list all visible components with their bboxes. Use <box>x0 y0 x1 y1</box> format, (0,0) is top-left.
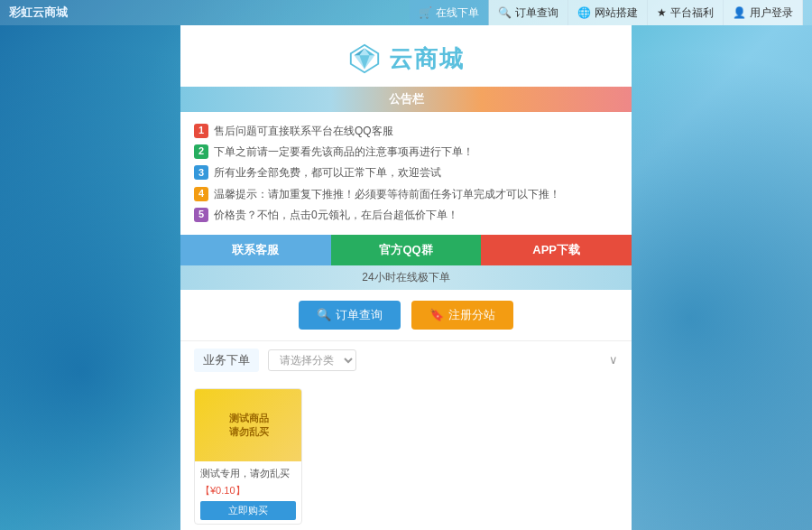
nav-item-query[interactable]: 🔍 订单查询 <box>489 0 568 25</box>
product-name: 测试专用，请勿乱买 <box>200 467 296 480</box>
notice-item-4: 4 温馨提示：请加重复下推推！必须要等待前面任务订单完成才可以下推！ <box>194 186 618 203</box>
product-image: 测试商品 请勿乱买 <box>195 389 302 461</box>
search-icon: 🔍 <box>317 308 331 321</box>
product-info: 测试专用，请勿乱买 【¥0.10】 立即购买 <box>195 461 301 524</box>
query-order-button[interactable]: 🔍 订单查询 <box>299 301 401 330</box>
product-card: 测试商品 请勿乱买 测试专用，请勿乱买 【¥0.10】 立即购买 <box>194 388 302 525</box>
notice-num-3: 3 <box>194 165 208 180</box>
logo-section: 云商城 <box>180 25 632 87</box>
main-wrapper: 云商城 公告栏 1 售后问题可直接联系平台在线QQ客服 2 下单之前请一定要看先… <box>180 25 632 530</box>
logo-text: 云商城 <box>389 43 465 75</box>
arrow-icon: ∨ <box>609 353 618 367</box>
action-tabs: 联系客服 官方QQ群 APP下载 <box>180 235 632 265</box>
notice-item-2: 2 下单之前请一定要看先该商品的注意事项再进行下单！ <box>194 144 618 161</box>
topbar-nav: 🛒 在线下单 🔍 订单查询 🌐 网站搭建 ★ 平台福利 👤 用户登录 <box>410 0 803 25</box>
nav-item-login[interactable]: 👤 用户登录 <box>724 0 803 25</box>
notice-item-3: 3 所有业务全部免费，都可以正常下单，欢迎尝试 <box>194 164 618 181</box>
btn-row: 🔍 订单查询 🔖 注册分站 <box>180 290 632 340</box>
notice-body: 1 售后问题可直接联系平台在线QQ客服 2 下单之前请一定要看先该商品的注意事项… <box>180 112 632 235</box>
nav-item-order[interactable]: 🛒 在线下单 <box>410 0 489 25</box>
search-icon: 🔍 <box>498 6 512 19</box>
notice-num-1: 1 <box>194 124 208 138</box>
subtitle-bar: 24小时在线极下单 <box>180 265 632 290</box>
star-icon: ★ <box>657 6 667 19</box>
nav-item-benefits[interactable]: ★ 平台福利 <box>648 0 724 25</box>
nav-item-website[interactable]: 🌐 网站搭建 <box>568 0 648 25</box>
brand-label: 彩虹云商城 <box>9 5 68 21</box>
service-header: 业务下单 请选择分类 ∨ <box>180 340 632 379</box>
notice-num-2: 2 <box>194 144 208 159</box>
notice-num-4: 4 <box>194 187 208 201</box>
notice-item-1: 1 售后问题可直接联系平台在线QQ客服 <box>194 123 618 140</box>
globe-icon: 🌐 <box>577 6 591 19</box>
notice-num-5: 5 <box>194 208 208 222</box>
notice-item-5: 5 价格贵？不怕，点击0元领礼，在后台超低价下单！ <box>194 207 618 224</box>
product-price: 【¥0.10】 <box>200 484 296 497</box>
logo-diamond-icon <box>347 42 382 76</box>
register-branch-button[interactable]: 🔖 注册分站 <box>411 301 513 330</box>
tab-app-download[interactable]: APP下载 <box>481 235 632 265</box>
notice-header: 公告栏 <box>180 87 632 112</box>
product-area: 测试商品 请勿乱买 测试专用，请勿乱买 【¥0.10】 立即购买 <box>180 379 632 530</box>
tab-customer-service[interactable]: 联系客服 <box>180 235 331 265</box>
user-icon: 👤 <box>733 6 746 19</box>
service-category-select[interactable]: 请选择分类 <box>268 349 356 371</box>
buy-button[interactable]: 立即购买 <box>200 501 296 520</box>
cart-icon: 🛒 <box>419 6 432 19</box>
register-icon: 🔖 <box>429 308 444 321</box>
service-label: 业务下单 <box>194 349 259 372</box>
topbar: 彩虹云商城 🛒 在线下单 🔍 订单查询 🌐 网站搭建 ★ 平台福利 👤 用户登录 <box>0 0 812 25</box>
tab-qq-group[interactable]: 官方QQ群 <box>331 235 482 265</box>
